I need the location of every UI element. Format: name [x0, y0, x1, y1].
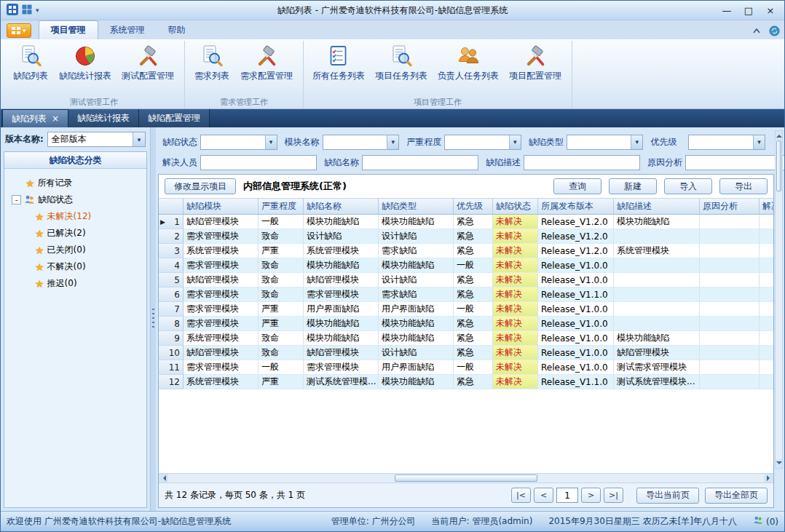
filter-input-2[interactable] — [524, 155, 640, 170]
app-menu-button[interactable]: ▾ — [7, 23, 31, 38]
export-all-pages-button[interactable]: 导出全部页 — [705, 488, 768, 504]
tools-icon — [255, 44, 278, 68]
close-tab-icon[interactable]: × — [52, 114, 59, 124]
dropdown-arrow-icon[interactable]: ▾ — [133, 132, 145, 146]
horizontal-scroll-thumb[interactable] — [395, 475, 537, 482]
collapse-ribbon-icon[interactable] — [751, 25, 762, 36]
dropdown-arrow-icon[interactable]: ▾ — [265, 135, 277, 149]
last-page-button[interactable]: >| — [604, 488, 623, 503]
modify-display-button[interactable]: 修改显示项目 — [165, 178, 236, 194]
minimize-button[interactable]: — — [716, 3, 738, 17]
doc-tab-2[interactable]: 缺陷配置管理 — [139, 109, 210, 127]
tree-item-2[interactable]: ★未解决(12) — [4, 208, 146, 225]
tree-expand-icon[interactable]: - — [12, 195, 21, 205]
filter-select-3[interactable]: ▾ — [567, 135, 644, 150]
ribbon-button-2-3[interactable]: 项目配置管理 — [505, 42, 566, 84]
cell: Release_V1.1.0 — [538, 375, 614, 389]
column-header-6[interactable]: 所属发布版本 — [538, 199, 614, 215]
vertical-scrollbar[interactable] — [775, 130, 783, 469]
table-row[interactable]: 5缺陷管理模块致命缺陷管理模块设计缺陷紧急未解决Release_V1.0.0 — [159, 273, 773, 287]
version-select[interactable]: 全部版本 ▾ — [47, 132, 146, 147]
ribbon-tab-2[interactable]: 帮助 — [157, 21, 197, 39]
ribbon-button-1-0[interactable]: 需求列表 — [189, 42, 234, 84]
tree-item-3[interactable]: ★已解决(2) — [4, 225, 146, 242]
column-header-2[interactable]: 缺陷名称 — [304, 199, 379, 215]
row-number: 10 — [169, 348, 180, 358]
ribbon-button-2-0[interactable]: 所有任务列表 — [308, 42, 369, 84]
dropdown-arrow-icon[interactable]: ▾ — [387, 135, 398, 149]
tree-item-1[interactable]: -缺陷状态 — [4, 191, 146, 208]
prev-page-button[interactable]: < — [534, 488, 553, 503]
filter-input-3[interactable] — [685, 155, 784, 170]
ribbon-button-2-1[interactable]: 项目任务列表 — [371, 42, 432, 84]
filter-select-0[interactable]: ▾ — [200, 135, 277, 150]
ribbon-tab-1[interactable]: 系统管理 — [98, 21, 157, 39]
next-page-button[interactable]: > — [581, 488, 601, 503]
dropdown-arrow-icon[interactable]: ▾ — [509, 135, 521, 149]
scroll-up-icon[interactable] — [776, 131, 782, 140]
tree-item-5[interactable]: ★不解决(0) — [4, 258, 146, 275]
ribbon-button-0-2[interactable]: 测试配置管理 — [117, 42, 178, 84]
table-row[interactable]: 8需求管理模块严重模块功能缺陷模块功能缺陷紧急未解决Release_V1.0.0 — [159, 317, 773, 331]
export-button[interactable]: 导出 — [719, 178, 768, 194]
column-header-3[interactable]: 缺陷类型 — [379, 199, 454, 215]
tree-item-6[interactable]: ★推迟(0) — [4, 275, 146, 292]
doc-tab-0[interactable]: 缺陷列表× — [2, 109, 68, 127]
scroll-right-icon[interactable] — [764, 474, 773, 483]
doc-tab-1[interactable]: 缺陷统计报表 — [68, 109, 139, 127]
cell: 紧急 — [454, 317, 493, 331]
filter-select-2[interactable]: ▾ — [444, 135, 521, 150]
ribbon-button-2-2[interactable]: 负责人任务列表 — [433, 42, 503, 84]
column-header-7[interactable]: 缺陷描述 — [614, 199, 700, 215]
scroll-down-icon[interactable] — [776, 459, 782, 468]
query-button[interactable]: 查询 — [553, 178, 601, 194]
people-icon — [457, 44, 480, 68]
table-row[interactable]: 7需求管理模块严重用户界面缺陷用户界面缺陷一般未解决Release_V1.0.0 — [159, 302, 773, 317]
dropdown-arrow-icon[interactable]: ▾ — [631, 135, 642, 149]
table-row[interactable]: 4需求管理模块致命模块功能缺陷模块功能缺陷一般未解决Release_V1.0.0 — [159, 258, 773, 273]
new-button[interactable]: 新建 — [609, 178, 657, 194]
table-row[interactable]: 6需求管理模块致命需求管理模块需求缺陷紧急未解决Release_V1.1.0 — [159, 287, 773, 302]
horizontal-scrollbar[interactable] — [159, 473, 773, 483]
scroll-left-icon[interactable] — [159, 474, 168, 483]
column-header-9[interactable]: 解决 — [760, 199, 773, 215]
close-button[interactable]: × — [760, 3, 781, 17]
export-current-page-button[interactable]: 导出当前页 — [636, 488, 699, 504]
filter-select-1[interactable]: ▾ — [323, 135, 400, 150]
window-title: 缺陷列表 - 广州爱奇迪软件科技有限公司-缺陷信息管理系统 — [1, 4, 784, 17]
filter-input-1[interactable] — [362, 155, 478, 170]
table-row[interactable]: 12系统管理模块严重测试系统管理模...模块功能缺陷紧急未解决Release_V… — [159, 375, 773, 389]
table-row[interactable]: 3系统管理模块严重系统管理模块需求缺陷紧急未解决Release_V1.2.0系统… — [159, 244, 773, 258]
table-row[interactable]: 10缺陷管理模块致命缺陷管理模块设计缺陷紧急未解决Release_V1.0.0缺… — [159, 346, 773, 360]
table-row[interactable]: 2需求管理模块致命设计缺陷设计缺陷紧急未解决Release_V1.2.0 — [159, 229, 773, 244]
column-header-4[interactable]: 优先级 — [454, 199, 493, 215]
column-header-1[interactable]: 严重程度 — [259, 199, 304, 215]
tree-item-0[interactable]: ★所有记录 — [4, 175, 146, 191]
table-row[interactable]: 9系统管理模块致命模块功能缺陷模块功能缺陷紧急未解决Release_V1.0.0… — [159, 331, 773, 346]
column-header-0[interactable]: 缺陷模块 — [184, 199, 259, 215]
help-icon[interactable] — [768, 25, 780, 36]
star-icon: ★ — [35, 245, 44, 256]
grid-icon[interactable] — [22, 4, 32, 17]
ribbon-button-1-1[interactable]: 需求配置管理 — [236, 42, 297, 84]
import-button[interactable]: 导入 — [664, 178, 712, 194]
filter-input-0[interactable] — [200, 155, 317, 170]
ribbon-button-0-0[interactable]: 缺陷列表 — [8, 42, 53, 84]
qat-dropdown-icon[interactable]: ▾ — [36, 7, 39, 14]
page-number-input[interactable] — [556, 488, 578, 503]
doc-tab-label: 缺陷统计报表 — [77, 112, 130, 124]
ribbon-button-0-1[interactable]: 缺陷统计报表 — [55, 42, 116, 84]
splitter-handle[interactable] — [151, 127, 156, 511]
cell: 未解决 — [493, 346, 538, 360]
tree-item-4[interactable]: ★已关闭(0) — [4, 242, 146, 258]
ribbon-tab-0[interactable]: 项目管理 — [39, 20, 98, 39]
filter-select-4[interactable]: ▾ — [688, 135, 765, 150]
first-page-button[interactable]: |< — [511, 488, 531, 503]
table-row[interactable]: ▶1缺陷管理模块一般模块功能缺陷模块功能缺陷紧急未解决Release_V1.2.… — [159, 215, 773, 229]
dropdown-arrow-icon[interactable]: ▾ — [753, 135, 765, 149]
vertical-scroll-thumb[interactable] — [776, 140, 781, 191]
table-row[interactable]: 11需求管理模块一般需求管理模块用户界面缺陷一般未解决Release_V1.0.… — [159, 360, 773, 375]
maximize-button[interactable]: □ — [738, 3, 760, 17]
column-header-8[interactable]: 原因分析 — [700, 199, 760, 215]
column-header-5[interactable]: 缺陷状态 — [493, 199, 538, 215]
